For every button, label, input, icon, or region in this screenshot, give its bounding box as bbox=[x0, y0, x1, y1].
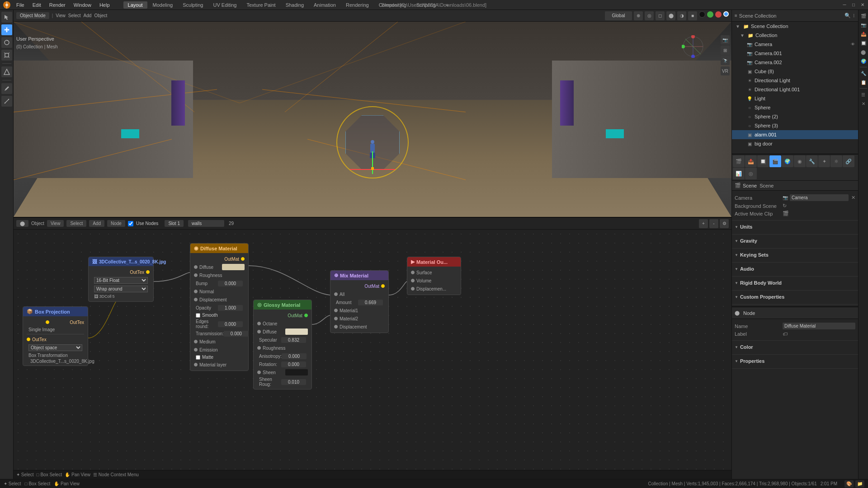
rib-scene2-icon[interactable]: ⬤ bbox=[859, 48, 868, 56]
pan-view-status[interactable]: ✋ Pan View bbox=[65, 472, 90, 477]
sphere-red[interactable] bbox=[715, 11, 722, 18]
node-view-menu[interactable]: View bbox=[47, 220, 64, 227]
wireframe-btn[interactable]: ◻ bbox=[656, 11, 665, 20]
outliner-item-camera001[interactable]: 📷 Camera.001 bbox=[732, 49, 858, 58]
socket-diffuse-out[interactable] bbox=[241, 257, 245, 261]
minimize-button[interactable]: ─ bbox=[841, 1, 848, 9]
node-color-title[interactable]: Color bbox=[735, 343, 855, 352]
use-nodes-checkbox[interactable] bbox=[128, 221, 133, 226]
prop-tab-particles[interactable]: ✦ bbox=[818, 155, 830, 167]
tab-sculpting[interactable]: Sculpting bbox=[178, 1, 208, 9]
socket-mat-layer[interactable] bbox=[194, 363, 198, 366]
status-pan-view[interactable]: ✋ Pan View bbox=[54, 481, 80, 486]
prop-tab-object[interactable]: ◉ bbox=[794, 155, 806, 167]
scale-tool[interactable] bbox=[1, 50, 12, 61]
measure-tool[interactable] bbox=[1, 96, 12, 107]
socket-mat1[interactable] bbox=[334, 309, 338, 312]
prop-tab-output[interactable]: 📤 bbox=[745, 155, 757, 167]
prop-tab-physics[interactable]: ⚛ bbox=[830, 155, 842, 167]
node-node-menu[interactable]: Node bbox=[107, 220, 125, 227]
socket-emission[interactable] bbox=[194, 348, 198, 352]
tab-texture-paint[interactable]: Texture Paint bbox=[242, 1, 280, 9]
specular-value-input[interactable] bbox=[281, 337, 306, 343]
move-tool[interactable] bbox=[1, 24, 12, 35]
lookdev-btn[interactable]: ◑ bbox=[677, 11, 686, 20]
solid-btn[interactable]: ⬤ bbox=[666, 11, 675, 20]
outliner-item-alarm001[interactable]: ▣ alarm.001 bbox=[732, 130, 858, 139]
status-select[interactable]: ✦ Select bbox=[4, 481, 21, 486]
annotate-tool[interactable] bbox=[1, 83, 12, 94]
outliner-filter-icon[interactable]: ⫶ bbox=[853, 13, 855, 19]
sphere-blue[interactable] bbox=[723, 11, 729, 17]
context-menu-status[interactable]: ☰ Node Context Menu bbox=[93, 472, 139, 477]
node-select-menu[interactable]: Select bbox=[66, 220, 86, 227]
prop-tab-render[interactable]: 🎬 bbox=[733, 155, 745, 167]
socket-glossy-out[interactable] bbox=[304, 314, 308, 317]
audio-title[interactable]: Audio bbox=[735, 265, 855, 273]
outliner-item-sphere3[interactable]: ○ Sphere (3) bbox=[732, 121, 858, 130]
rib-world-icon[interactable]: 🌍 bbox=[859, 57, 868, 65]
prop-tab-constraints[interactable]: 🔗 bbox=[843, 155, 854, 167]
keying-title[interactable]: Keying Sets bbox=[735, 251, 855, 259]
rotate-tool[interactable] bbox=[1, 37, 12, 48]
node-label-icon[interactable]: 🏷 bbox=[783, 331, 788, 337]
menu-file[interactable]: File bbox=[13, 1, 28, 9]
render-btn[interactable]: ■ bbox=[688, 11, 697, 20]
wrap-select[interactable]: Wrap around bbox=[94, 286, 148, 292]
prop-tab-data[interactable]: 📊 bbox=[733, 168, 745, 179]
prop-tab-material[interactable]: ◎ bbox=[745, 168, 757, 179]
global-orientation[interactable]: Global bbox=[605, 11, 632, 20]
active-clip-icon[interactable]: 🎬 bbox=[783, 211, 789, 216]
outliner-item-scene-collection[interactable]: ▼ 📁 Scene Collection bbox=[732, 22, 858, 31]
socket-sheen[interactable] bbox=[257, 371, 261, 374]
outliner-item-dirlight[interactable]: ☀ Directional Light bbox=[732, 76, 858, 85]
sheen-color-swatch[interactable] bbox=[285, 369, 308, 375]
outliner-item-light[interactable]: 💡 Light bbox=[732, 94, 858, 103]
status-box-select[interactable]: □ Box Select bbox=[25, 481, 51, 486]
units-title[interactable]: Units bbox=[735, 223, 855, 231]
diffuse-color-swatch[interactable] bbox=[222, 264, 245, 270]
rib-scene-icon[interactable]: 🎬 bbox=[859, 12, 868, 20]
rib-view-layer-icon[interactable]: 🔲 bbox=[859, 39, 868, 47]
opacity-value-input[interactable] bbox=[218, 305, 243, 311]
socket-out-outtex[interactable] bbox=[46, 320, 49, 324]
taskbar-explorer[interactable]: 📁 bbox=[855, 480, 864, 488]
rotation-input[interactable] bbox=[281, 361, 306, 367]
rib-options-icon[interactable]: ☰ bbox=[859, 90, 868, 99]
menu-help[interactable]: Help bbox=[96, 1, 113, 9]
rigid-body-title[interactable]: Rigid Body World bbox=[735, 279, 855, 287]
node-properties-title[interactable]: Properties bbox=[735, 357, 855, 366]
outliner-item-collection[interactable]: ▼ 📁 Collection bbox=[732, 31, 858, 40]
sphere-green[interactable] bbox=[707, 11, 713, 18]
camera-view-btn[interactable]: 📷 bbox=[721, 35, 730, 44]
socket-octane[interactable] bbox=[257, 322, 261, 325]
select-status[interactable]: ✦ Select bbox=[16, 472, 34, 477]
node-name-input[interactable] bbox=[783, 323, 855, 329]
glossy-diffuse-swatch[interactable] bbox=[285, 328, 308, 335]
tab-uv-editing[interactable]: UV Editing bbox=[208, 1, 241, 9]
cursor-tool[interactable] bbox=[1, 12, 12, 23]
camera-vis-icon[interactable]: 👁 bbox=[850, 42, 855, 47]
socket-mat2[interactable] bbox=[334, 317, 338, 320]
camera-set-active[interactable]: ✕ bbox=[851, 195, 855, 201]
viewport-add-menu[interactable]: Add bbox=[84, 13, 92, 18]
viewport-select-menu[interactable]: Select bbox=[68, 13, 81, 18]
viewport-view-menu[interactable]: View bbox=[56, 13, 66, 18]
socket-normal[interactable] bbox=[194, 290, 198, 293]
smooth-checkbox[interactable] bbox=[196, 313, 200, 318]
proportional-btn[interactable]: ◎ bbox=[645, 11, 654, 20]
snap-btn[interactable]: ⊕ bbox=[634, 11, 643, 20]
viewport-object-menu[interactable]: Object bbox=[94, 13, 107, 18]
fly-navigate-btn[interactable]: 🔭 bbox=[721, 56, 730, 65]
tab-layout[interactable]: Layout bbox=[123, 1, 147, 9]
gravity-title[interactable]: Gravity bbox=[735, 237, 855, 245]
outliner-item-dirlight001[interactable]: ☀ Directional Light.001 bbox=[732, 85, 858, 94]
tab-modeling[interactable]: Modeling bbox=[148, 1, 178, 9]
bump-value-input[interactable] bbox=[218, 281, 243, 286]
anisotropy-input[interactable] bbox=[282, 353, 307, 359]
object-space-select[interactable]: Object space bbox=[28, 344, 82, 351]
close-button[interactable]: ✕ bbox=[859, 1, 866, 9]
menu-render[interactable]: Render bbox=[46, 1, 69, 9]
node-add-menu[interactable]: Add bbox=[89, 220, 104, 227]
socket-glossy-roughness[interactable] bbox=[257, 346, 261, 350]
